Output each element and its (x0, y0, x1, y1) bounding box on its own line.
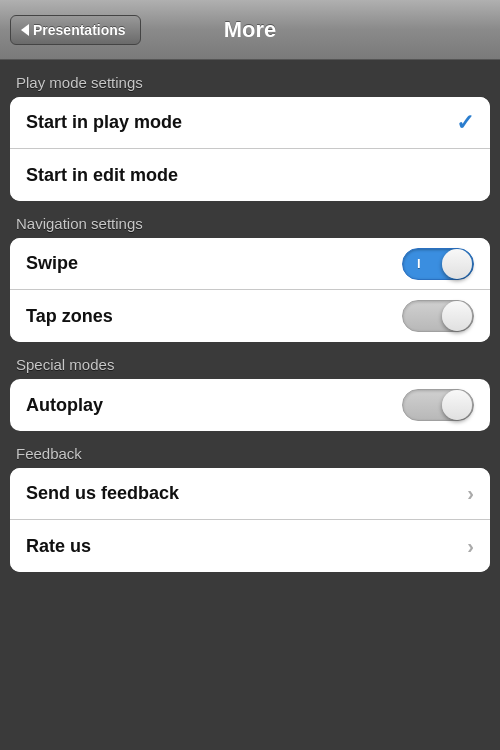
start-play-mode-label: Start in play mode (26, 112, 182, 133)
chevron-icon-rate: › (467, 535, 474, 558)
toggle-on-text: I (417, 256, 421, 271)
row-tap-zones: Tap zones (10, 290, 490, 342)
section-label-feedback: Feedback (10, 445, 490, 468)
section-special-modes: Special modes Autoplay (10, 356, 490, 431)
content-area: Play mode settings Start in play mode ✓ … (0, 60, 500, 600)
group-play-mode: Start in play mode ✓ Start in edit mode (10, 97, 490, 201)
swipe-label: Swipe (26, 253, 78, 274)
rate-us-label: Rate us (26, 536, 91, 557)
row-start-edit-mode[interactable]: Start in edit mode (10, 149, 490, 201)
back-button[interactable]: Presentations (10, 15, 141, 45)
tap-zones-toggle[interactable] (402, 300, 474, 332)
section-label-navigation: Navigation settings (10, 215, 490, 238)
autoplay-toggle[interactable] (402, 389, 474, 421)
navigation-bar: Presentations More (0, 0, 500, 60)
swipe-toggle[interactable]: I (402, 248, 474, 280)
section-label-special-modes: Special modes (10, 356, 490, 379)
row-rate-us[interactable]: Rate us › (10, 520, 490, 572)
back-label: Presentations (33, 22, 126, 38)
autoplay-label: Autoplay (26, 395, 103, 416)
row-start-play-mode[interactable]: Start in play mode ✓ (10, 97, 490, 149)
start-edit-mode-label: Start in edit mode (26, 165, 178, 186)
chevron-icon-feedback: › (467, 482, 474, 505)
group-navigation: Swipe I Tap zones (10, 238, 490, 342)
toggle-knob (442, 249, 472, 279)
group-special-modes: Autoplay (10, 379, 490, 431)
group-feedback: Send us feedback › Rate us › (10, 468, 490, 572)
toggle-knob-off (442, 301, 472, 331)
page-title: More (224, 17, 277, 43)
row-autoplay: Autoplay (10, 379, 490, 431)
tap-zones-label: Tap zones (26, 306, 113, 327)
section-navigation: Navigation settings Swipe I Tap zones (10, 215, 490, 342)
section-play-mode: Play mode settings Start in play mode ✓ … (10, 74, 490, 201)
send-feedback-label: Send us feedback (26, 483, 179, 504)
section-label-play-mode: Play mode settings (10, 74, 490, 97)
checkmark-icon: ✓ (456, 110, 474, 136)
row-swipe: Swipe I (10, 238, 490, 290)
section-feedback: Feedback Send us feedback › Rate us › (10, 445, 490, 572)
row-send-feedback[interactable]: Send us feedback › (10, 468, 490, 520)
autoplay-toggle-knob (442, 390, 472, 420)
